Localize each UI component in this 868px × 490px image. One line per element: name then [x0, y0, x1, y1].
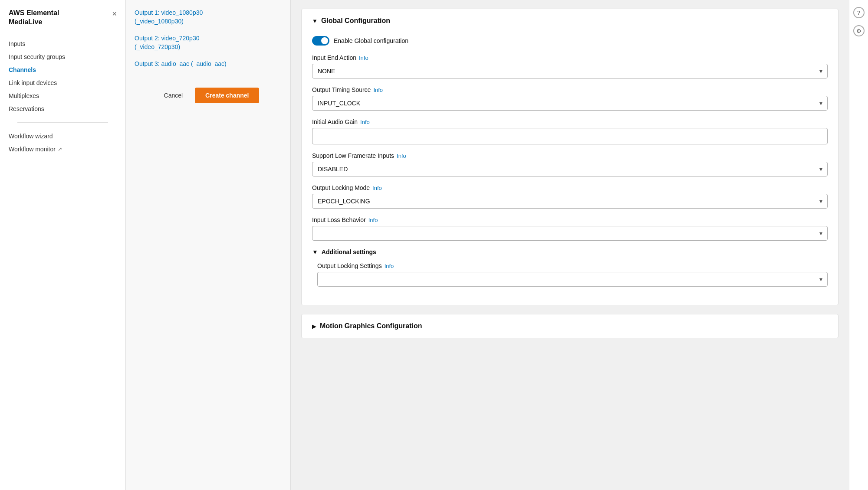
create-channel-button[interactable]: Create channel	[195, 88, 259, 103]
input-end-action-info[interactable]: Info	[359, 55, 368, 61]
input-loss-behavior-wrapper	[312, 226, 828, 241]
sidebar: AWS ElementalMediaLive × Inputs Input se…	[0, 0, 126, 490]
enable-global-config-toggle[interactable]	[312, 36, 329, 46]
motion-graphics-title: Motion Graphics Configuration	[320, 322, 422, 330]
input-loss-behavior-field: Input Loss Behavior Info	[312, 216, 828, 241]
sidebar-item-inputs[interactable]: Inputs	[9, 37, 117, 50]
sidebar-item-channels[interactable]: Channels	[9, 63, 117, 76]
sidebar-item-input-security-groups[interactable]: Input security groups	[9, 50, 117, 63]
input-end-action-label: Input End Action Info	[312, 54, 828, 61]
motion-graphics-section: ▶ Motion Graphics Configuration	[301, 314, 838, 338]
output-locking-mode-label: Output Locking Mode Info	[312, 184, 828, 191]
output-list: Output 1: video_1080p30(_video_1080p30) …	[126, 0, 290, 77]
sidebar-item-workflow-monitor[interactable]: Workflow monitor ↗	[9, 143, 117, 156]
output-locking-settings-wrapper	[317, 272, 828, 287]
additional-settings-body: Output Locking Settings Info	[312, 262, 828, 287]
sidebar-item-reservations[interactable]: Reservations	[9, 102, 117, 115]
right-panel: ▼ Global Configuration Enable Global con…	[291, 0, 849, 490]
motion-graphics-chevron-icon: ▶	[312, 323, 316, 330]
support-low-framerate-label: Support Low Framerate Inputs Info	[312, 152, 828, 159]
main-content: Output 1: video_1080p30(_video_1080p30) …	[126, 0, 868, 490]
input-loss-behavior-label: Input Loss Behavior Info	[312, 216, 828, 223]
output-locking-settings-info[interactable]: Info	[385, 263, 394, 269]
input-loss-behavior-select[interactable]	[312, 226, 828, 241]
close-sidebar-button[interactable]: ×	[112, 10, 117, 19]
additional-settings-header[interactable]: ▼ Additional settings	[312, 248, 828, 255]
output-timing-source-label: Output Timing Source Info	[312, 86, 828, 93]
output-locking-settings-field: Output Locking Settings Info	[317, 262, 828, 287]
output-locking-mode-info[interactable]: Info	[372, 185, 382, 191]
global-config-title: Global Configuration	[321, 17, 390, 25]
input-end-action-wrapper: NONE SWITCH_AND_LOOP_INPUTS	[312, 64, 828, 78]
toggle-slider	[312, 36, 329, 46]
output-timing-source-info[interactable]: Info	[373, 87, 383, 93]
external-link-icon: ↗	[58, 146, 62, 152]
initial-audio-gain-label: Initial Audio Gain Info	[312, 118, 828, 125]
sidebar-item-workflow-wizard[interactable]: Workflow wizard	[9, 130, 117, 143]
panel-footer: Cancel Create channel	[126, 81, 290, 110]
global-config-chevron-icon: ▼	[312, 18, 318, 24]
output-link-3[interactable]: Output 3: audio_aac (_audio_aac)	[133, 56, 283, 73]
output-link-2[interactable]: Output 2: video_720p30(_video_720p30)	[133, 30, 283, 56]
output-locking-settings-label: Output Locking Settings Info	[317, 262, 828, 269]
cancel-button[interactable]: Cancel	[157, 88, 190, 103]
output-locking-mode-wrapper: EPOCH_LOCKING PIPELINE_LOCKING	[312, 194, 828, 209]
output-locking-settings-select[interactable]	[317, 272, 828, 287]
global-config-header[interactable]: ▼ Global Configuration	[302, 9, 838, 33]
app-title: AWS ElementalMediaLive	[9, 9, 59, 27]
output-timing-source-select[interactable]: INPUT_CLOCK SYSTEM_CLOCK	[312, 96, 828, 111]
enable-global-config-label: Enable Global configuration	[334, 37, 408, 44]
input-end-action-select[interactable]: NONE SWITCH_AND_LOOP_INPUTS	[312, 64, 828, 78]
sidebar-divider	[17, 122, 108, 123]
support-low-framerate-wrapper: DISABLED ENABLED	[312, 162, 828, 176]
support-low-framerate-info[interactable]: Info	[397, 153, 406, 159]
enable-toggle-row: Enable Global configuration	[312, 36, 828, 46]
global-config-body: Enable Global configuration Input End Ac…	[302, 33, 838, 305]
motion-graphics-header[interactable]: ▶ Motion Graphics Configuration	[302, 314, 838, 338]
initial-audio-gain-input[interactable]	[312, 128, 828, 144]
additional-settings: ▼ Additional settings Output Locking Set…	[312, 248, 828, 287]
sidebar-header: AWS ElementalMediaLive ×	[0, 9, 125, 37]
output-link-1[interactable]: Output 1: video_1080p30(_video_1080p30)	[133, 4, 283, 30]
additional-settings-title: Additional settings	[322, 248, 376, 255]
output-timing-source-field: Output Timing Source Info INPUT_CLOCK SY…	[312, 86, 828, 111]
initial-audio-gain-field: Initial Audio Gain Info	[312, 118, 828, 144]
help-icon[interactable]: ?	[853, 7, 865, 18]
settings-icon[interactable]: ⚙	[853, 25, 865, 36]
sidebar-item-link-input-devices[interactable]: Link input devices	[9, 76, 117, 89]
global-config-section: ▼ Global Configuration Enable Global con…	[301, 9, 838, 305]
output-locking-mode-select[interactable]: EPOCH_LOCKING PIPELINE_LOCKING	[312, 194, 828, 209]
sidebar-item-multiplexes[interactable]: Multiplexes	[9, 89, 117, 102]
input-loss-behavior-info[interactable]: Info	[368, 217, 378, 223]
input-end-action-field: Input End Action Info NONE SWITCH_AND_LO…	[312, 54, 828, 78]
initial-audio-gain-info[interactable]: Info	[360, 119, 370, 125]
left-panel: Output 1: video_1080p30(_video_1080p30) …	[126, 0, 291, 490]
right-icon-bar: ? ⚙	[849, 0, 868, 490]
output-timing-source-wrapper: INPUT_CLOCK SYSTEM_CLOCK	[312, 96, 828, 111]
output-locking-mode-field: Output Locking Mode Info EPOCH_LOCKING P…	[312, 184, 828, 209]
support-low-framerate-select[interactable]: DISABLED ENABLED	[312, 162, 828, 176]
support-low-framerate-field: Support Low Framerate Inputs Info DISABL…	[312, 152, 828, 176]
sidebar-nav: Inputs Input security groups Channels Li…	[0, 37, 125, 156]
additional-settings-chevron-icon: ▼	[312, 248, 318, 255]
